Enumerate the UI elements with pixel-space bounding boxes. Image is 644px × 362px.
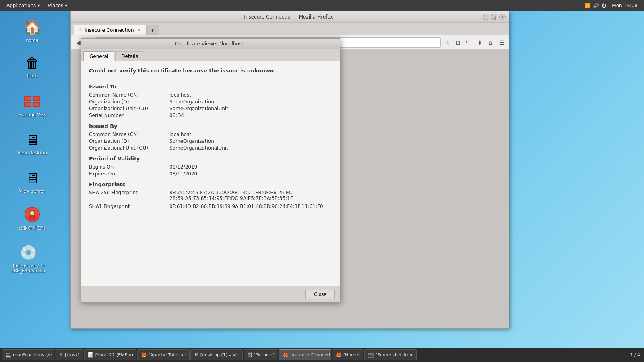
taskbar-screenshot-label: [Screenshot from ... — [376, 352, 417, 358]
menu-icon[interactable]: ☰ — [497, 38, 506, 47]
home-label: home — [26, 38, 38, 43]
taskbar-terminal-label: root@localhost:/e... — [13, 352, 54, 358]
firefox-title: Insecure Connection – Mozilla Firefox — [94, 14, 483, 20]
cert-dialog-footer: Close — [81, 286, 340, 302]
places-menu[interactable]: Places ▾ — [45, 2, 70, 9]
desktop-icon-view-server[interactable]: 🖥 View server — [12, 167, 52, 195]
taskbar: 💻 root@localhost:/e... 🖥 [kiosk] 📝 [*not… — [0, 348, 644, 362]
sha1-row: SHA1 Fingerprint 0F:61:4D:B2:66:EB:19:89… — [89, 204, 332, 209]
sha1-value: 0F:61:4D:B2:66:EB:19:89:9A:B1:01:48:8B:9… — [169, 204, 323, 209]
desktop-icon-iso[interactable]: 💿 rhel-server-7.0-x86_64-dvd.iso — [8, 241, 48, 275]
pocket-icon[interactable]: 🗋 — [453, 38, 463, 47]
taskbar-desktop-virt[interactable]: 🖥 [desktop (1) – Virt... — [190, 349, 243, 360]
issued-by-section: Issued By — [89, 123, 332, 129]
connect-teacher-label: 连接讲师主机 — [19, 225, 45, 231]
issued-to-o-value: SomeOrganization — [169, 99, 214, 105]
home-toolbar-icon[interactable]: ⌂ — [486, 38, 495, 47]
taskbar-pager: 1 / 4 — [627, 352, 642, 358]
taskbar-pictures-label: [Pictures] — [254, 352, 275, 358]
desktop-icon-trash[interactable]: 🗑 Trash — [12, 51, 52, 80]
cert-dialog-title: Certificate Viewer:"localhost" — [175, 41, 246, 47]
issued-to-o-label: Organization (O) — [89, 99, 169, 105]
svg-rect-5 — [34, 97, 39, 100]
cert-tab-general[interactable]: General — [83, 51, 114, 61]
desktop-icon-connect-teacher[interactable]: 连接讲师主机 — [12, 203, 52, 232]
taskbar-desktop-virt-label: [desktop (1) – Virt... — [200, 352, 243, 358]
network-icon: 📶 — [584, 3, 590, 8]
kiosk-taskbar-icon: 🖥 — [58, 352, 63, 358]
apache-taskbar-icon: 🦊 — [141, 352, 147, 358]
view-desktop-icon: 🖥 — [23, 130, 42, 150]
window-controls: _ □ ✕ — [483, 14, 506, 20]
validity-section: Period of Validity — [89, 156, 332, 162]
download-icon[interactable]: ⬇ — [475, 38, 485, 47]
svg-rect-1 — [25, 97, 31, 100]
trash-icon: 🗑 — [23, 53, 42, 72]
issued-to-ou: Organizational Unit (OU) SomeOrganizatio… — [89, 106, 332, 111]
cert-tab-details[interactable]: Details — [115, 51, 144, 61]
issued-by-cn-value: localhost — [169, 132, 191, 137]
applications-label: Applications — [6, 3, 36, 8]
manage-vms-icon — [23, 92, 42, 111]
firefox-tabs: ⚠ Insecure Connection ✕ + — [71, 23, 509, 35]
toolbar-icons-right: ☆ 🗋 🛡 ⬇ ⌂ ☰ — [442, 38, 506, 47]
taskbar-home[interactable]: 🦊 [Home] — [332, 349, 363, 360]
home-icon: 🏠 — [23, 18, 42, 37]
taskbar-pictures[interactable]: 🖼 [Pictures] — [244, 349, 278, 360]
taskbar-kiosk[interactable]: 🖥 [kiosk] — [55, 349, 83, 360]
validity-expires-label: Expires On — [89, 171, 169, 177]
taskbar-note22[interactable]: 📝 [*note22 (EMP /ru... — [84, 349, 136, 360]
minimize-button[interactable]: _ — [483, 14, 489, 20]
close-button[interactable]: Close — [305, 290, 335, 299]
note22-taskbar-icon: 📝 — [88, 352, 94, 358]
tab-warning-icon: ⚠ — [78, 27, 83, 33]
issued-to-serial-label: Serial Number — [89, 113, 169, 118]
close-button[interactable]: ✕ — [499, 14, 506, 20]
issued-by-cn: Common Name (CN) localhost — [89, 132, 332, 137]
trash-label: Trash — [26, 73, 38, 78]
home-tab-taskbar-icon: 🦊 — [336, 352, 342, 358]
terminal-taskbar-icon: 💻 — [5, 352, 11, 358]
tab-insecure-connection[interactable]: ⚠ Insecure Connection ✕ — [74, 25, 146, 35]
shield-icon[interactable]: 🛡 — [464, 38, 474, 47]
view-server-icon: 🖥 — [23, 169, 42, 188]
cert-warning-text: Could not verify this certificate becaus… — [89, 68, 332, 78]
applications-arrow: ▾ — [37, 3, 40, 8]
svg-rect-3 — [25, 103, 31, 106]
issued-by-o-label: Organization (O) — [89, 138, 169, 144]
validity-begins-value: 08/12/2019 — [169, 164, 197, 170]
desktop-virt-taskbar-icon: 🖥 — [194, 352, 199, 358]
taskbar-terminal[interactable]: 💻 root@localhost:/e... — [2, 349, 54, 360]
bookmark-star-icon[interactable]: ☆ — [442, 38, 452, 47]
cert-tab-general-label: General — [89, 53, 108, 59]
validity-expires: Expires On 08/11/2020 — [89, 171, 332, 177]
tab-close-icon[interactable]: ✕ — [136, 27, 142, 33]
issued-by-ou-label: Organizational Unit (OU) — [89, 145, 169, 151]
connect-teacher-icon — [23, 205, 42, 224]
cert-body: Could not verify this certificate becaus… — [81, 61, 340, 286]
desktop-icon-home[interactable]: 🏠 home — [12, 16, 52, 45]
taskbar-insecure-label: Insecure Connecti... — [290, 352, 331, 358]
maximize-button[interactable]: □ — [491, 14, 497, 20]
svg-point-11 — [28, 215, 36, 220]
taskbar-apache[interactable]: 🦊 [Apache Tutorial: ... — [137, 349, 190, 360]
taskbar-kiosk-label: [kiosk] — [65, 352, 80, 358]
new-tab-plus: + — [151, 27, 155, 33]
manage-vms-label: Manage VMs — [18, 112, 46, 117]
issued-to-serial: Serial Number 08:D4 — [89, 113, 332, 118]
top-bar-right: 📶 🔊 ⏻ Mon 15:08 — [584, 3, 641, 8]
desktop-icon-view-desktop[interactable]: 🖥 View desktop — [12, 129, 52, 157]
iso-label: rhel-server-7.0-x86_64-dvd.iso — [10, 263, 47, 274]
taskbar-insecure[interactable]: 🦊 Insecure Connecti... — [279, 349, 331, 360]
taskbar-screenshot[interactable]: 📷 [Screenshot from ... — [364, 349, 417, 360]
taskbar-home-label: [Home] — [343, 352, 360, 358]
applications-menu[interactable]: Applications ▾ — [3, 2, 43, 9]
insecure-taskbar-icon: 🦊 — [283, 352, 289, 358]
issued-by-cn-label: Common Name (CN) — [89, 132, 169, 137]
power-icon: ⏻ — [601, 3, 606, 8]
screenshot-taskbar-icon: 📷 — [368, 352, 374, 358]
tab-new[interactable]: + — [146, 25, 159, 35]
issued-to-serial-value: 08:D4 — [169, 113, 184, 118]
desktop-icon-manage-vms[interactable]: Manage VMs — [12, 90, 52, 119]
cert-dialog-titlebar: Certificate Viewer:"localhost" — [81, 39, 340, 49]
